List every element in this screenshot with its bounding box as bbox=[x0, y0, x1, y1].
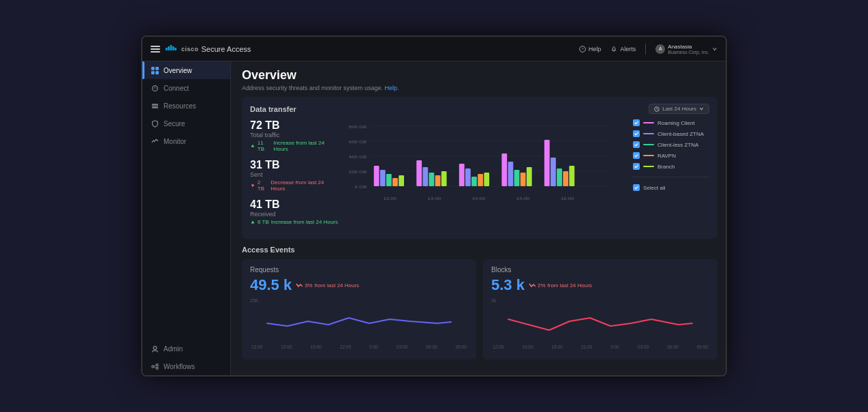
svg-text:0 GB: 0 GB bbox=[354, 185, 367, 189]
data-transfer-section: Data transfer Last 24 Hours 72 TB Total … bbox=[242, 97, 717, 239]
app-name-label: Secure Access bbox=[202, 45, 251, 53]
blocks-change: 2% from last 24 Hours bbox=[529, 282, 592, 289]
user-avatar: A bbox=[655, 44, 665, 54]
hamburger-icon[interactable] bbox=[151, 46, 160, 53]
blocks-value: 5.3 k bbox=[491, 276, 525, 294]
svg-rect-51 bbox=[508, 162, 513, 186]
chevron-down-icon bbox=[712, 46, 717, 52]
sidebar-item-connect[interactable]: Connect bbox=[142, 79, 230, 97]
received-value: 41 TB bbox=[250, 198, 339, 211]
legend-check-all bbox=[633, 184, 640, 191]
data-transfer-header: Data transfer Last 24 Hours bbox=[250, 104, 709, 114]
topnav-right: ? Help Alerts A Anastasia Business Corp,… bbox=[579, 44, 717, 55]
svg-rect-46 bbox=[465, 168, 471, 186]
svg-point-18 bbox=[156, 364, 158, 366]
svg-text:16:00: 16:00 bbox=[561, 196, 574, 201]
alerts-button[interactable]: Alerts bbox=[610, 46, 636, 53]
access-events-title: Access Events bbox=[242, 246, 717, 254]
workflows-icon bbox=[151, 362, 159, 370]
svg-rect-9 bbox=[155, 67, 159, 70]
total-traffic-stat: 72 TB Total traffic 11 TB Increase from … bbox=[250, 119, 339, 152]
sidebar-item-overview[interactable]: Overview bbox=[142, 61, 230, 79]
help-button[interactable]: ? Help bbox=[579, 46, 602, 53]
svg-rect-8 bbox=[151, 67, 155, 70]
svg-rect-41 bbox=[422, 167, 428, 186]
stats-column: 72 TB Total traffic 11 TB Increase from … bbox=[250, 119, 339, 232]
svg-rect-36 bbox=[380, 170, 386, 186]
svg-point-16 bbox=[153, 346, 157, 349]
svg-text:400 GB: 400 GB bbox=[349, 155, 367, 159]
svg-text:15:00: 15:00 bbox=[516, 196, 530, 201]
cisco-logo: cisco bbox=[166, 45, 199, 53]
page-header: Overview Address security threats and mo… bbox=[242, 61, 717, 91]
svg-rect-45 bbox=[459, 164, 465, 186]
svg-rect-55 bbox=[544, 140, 550, 186]
requests-card: Requests 49.5 k 3% from last 24 Hours 25… bbox=[242, 259, 476, 359]
legend-line-branch bbox=[643, 166, 654, 167]
sidebar-item-resources[interactable]: Resources bbox=[142, 97, 230, 115]
legend-ravpn[interactable]: RAVPN bbox=[633, 152, 709, 159]
total-traffic-label: Total traffic bbox=[250, 132, 339, 138]
user-details: Anastasia Business Corp, Inc. bbox=[668, 44, 709, 55]
legend-line-client-ztna bbox=[643, 133, 654, 134]
requests-label: Requests bbox=[250, 266, 468, 274]
dropdown-chevron-icon bbox=[699, 106, 704, 111]
svg-rect-53 bbox=[521, 173, 526, 186]
time-filter-dropdown[interactable]: Last 24 Hours bbox=[649, 104, 709, 114]
total-traffic-change: 11 TB Increase from last 24 Hours bbox=[250, 140, 339, 152]
sidebar-item-monitor[interactable]: Monitor bbox=[142, 132, 230, 150]
svg-rect-7 bbox=[613, 50, 615, 51]
help-link[interactable]: Help. bbox=[385, 85, 399, 91]
sidebar-item-secure[interactable]: Secure bbox=[142, 115, 230, 132]
access-events-section: Access Events Requests 49.5 k 3% from la… bbox=[242, 246, 717, 359]
svg-text:800 GB: 800 GB bbox=[349, 125, 367, 129]
connect-icon bbox=[151, 84, 159, 92]
overview-icon bbox=[151, 66, 159, 74]
sidebar-item-admin[interactable]: Admin bbox=[142, 340, 230, 357]
svg-line-21 bbox=[153, 366, 155, 368]
top-nav: cisco Secure Access ? Help Alerts A Anas… bbox=[142, 37, 726, 61]
svg-rect-14 bbox=[151, 105, 157, 106]
received-stat: 41 TB Received 6 TB Increase from last 2… bbox=[250, 198, 339, 225]
svg-point-17 bbox=[151, 365, 153, 367]
up-arrow-icon bbox=[250, 143, 255, 149]
svg-text:200 GB: 200 GB bbox=[349, 170, 367, 174]
svg-rect-37 bbox=[386, 174, 392, 186]
svg-rect-40 bbox=[416, 160, 422, 186]
svg-line-24 bbox=[657, 109, 657, 110]
requests-value: 49.5 k bbox=[250, 276, 292, 294]
blocks-label: Blocks bbox=[491, 266, 709, 274]
svg-line-20 bbox=[153, 365, 155, 366]
received-label: Received bbox=[250, 211, 339, 218]
cisco-wordmark: cisco bbox=[181, 46, 199, 53]
chart-legend: Roaming Client Client-based ZTNA bbox=[627, 119, 709, 232]
sidebar-item-workflows[interactable]: Workflows bbox=[142, 357, 230, 375]
legend-branch[interactable]: Branch bbox=[633, 163, 709, 170]
legend-line-ravpn bbox=[643, 155, 654, 156]
svg-rect-44 bbox=[441, 171, 447, 186]
svg-rect-39 bbox=[399, 175, 404, 186]
legend-select-all[interactable]: Select all bbox=[633, 184, 709, 191]
monitor-icon bbox=[151, 137, 159, 145]
svg-text:?: ? bbox=[581, 47, 583, 51]
legend-clientless-ztna[interactable]: Client-less ZTNA bbox=[633, 141, 709, 148]
sent-stat: 31 TB Sent 2 TB Decrease from last 24 Ho… bbox=[250, 159, 339, 192]
main-content: Overview Address security threats and mo… bbox=[231, 37, 726, 375]
up-arrow-icon-2 bbox=[250, 220, 255, 225]
svg-rect-2 bbox=[170, 45, 172, 50]
secure-icon bbox=[151, 119, 159, 128]
svg-rect-43 bbox=[435, 175, 441, 186]
svg-rect-47 bbox=[471, 177, 477, 186]
svg-rect-4 bbox=[174, 48, 176, 50]
legend-client-ztna[interactable]: Client-based ZTNA bbox=[633, 130, 709, 137]
legend-roaming-client[interactable]: Roaming Client bbox=[633, 119, 709, 126]
svg-text:13:00: 13:00 bbox=[428, 196, 441, 201]
trend-down-icon bbox=[296, 282, 303, 289]
legend-check-branch bbox=[633, 163, 640, 170]
svg-rect-58 bbox=[563, 171, 568, 186]
user-menu[interactable]: A Anastasia Business Corp, Inc. bbox=[655, 44, 717, 55]
page-title: Overview bbox=[242, 68, 717, 83]
data-transfer-body: 72 TB Total traffic 11 TB Increase from … bbox=[250, 119, 709, 232]
resources-icon bbox=[151, 102, 159, 110]
requests-line-chart: 25K 12:00 15:00 19:00 22:00 0:00 03:00 bbox=[250, 298, 468, 353]
